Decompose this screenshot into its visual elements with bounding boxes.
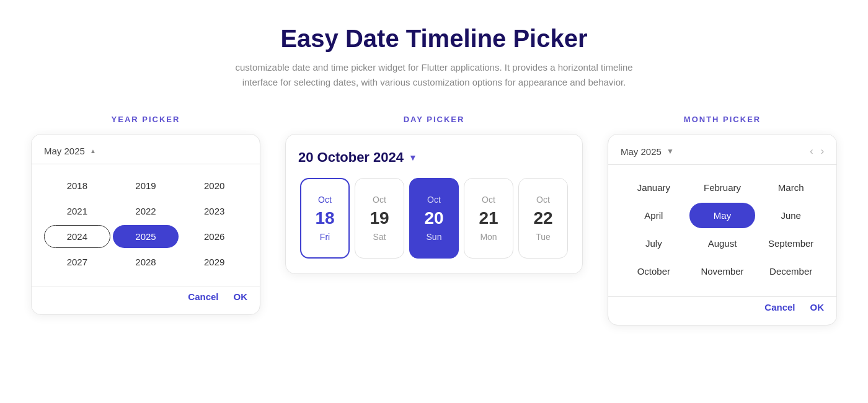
year-picker-current[interactable]: May 2025 ▲ (44, 146, 96, 156)
day-name-20: Sun (427, 232, 442, 242)
pickers-row: YEAR PICKER May 2025 ▲ 2018 2019 2020 20… (12, 115, 856, 326)
year-picker-arrow-icon: ▲ (90, 148, 96, 154)
month-picker-footer: Cancel OK (608, 296, 836, 315)
year-item-2021[interactable]: 2021 (44, 200, 110, 223)
year-item-2025[interactable]: 2025 (113, 225, 179, 248)
day-picker-dropdown-icon: ▼ (409, 153, 417, 162)
day-item-20[interactable]: Oct 20 Sun (409, 178, 459, 259)
month-item-september[interactable]: September (758, 231, 824, 256)
year-item-2026[interactable]: 2026 (181, 225, 247, 248)
month-item-june[interactable]: June (758, 203, 824, 228)
month-picker-current[interactable]: May 2025 ▼ (621, 146, 674, 157)
day-item-19[interactable]: Oct 19 Sat (355, 178, 404, 259)
day-number-21: 21 (479, 208, 498, 228)
month-picker-header: May 2025 ▼ ‹ › (608, 135, 836, 165)
year-item-2023[interactable]: 2023 (181, 200, 247, 223)
year-picker-card: May 2025 ▲ 2018 2019 2020 2021 2022 2023… (31, 134, 260, 315)
day-month-22: Oct (536, 195, 550, 205)
year-item-2022[interactable]: 2022 (113, 200, 179, 223)
month-item-february[interactable]: February (689, 175, 756, 200)
page-description: customizable date and time picker widget… (217, 60, 651, 90)
month-picker-card: May 2025 ▼ ‹ › January February March Ap… (608, 134, 837, 326)
page-title: Easy Date Timeline Picker (217, 25, 651, 53)
month-item-october[interactable]: October (621, 259, 687, 284)
day-picker-card: 20 October 2024 ▼ Oct 18 Fri Oct 19 Sat … (285, 134, 583, 274)
month-item-july[interactable]: July (621, 231, 687, 256)
year-item-2018[interactable]: 2018 (44, 174, 110, 197)
day-picker-label: DAY PICKER (404, 115, 465, 124)
day-name-19: Sat (373, 232, 386, 242)
day-name-18: Fri (320, 232, 330, 242)
day-picker-date: 20 October 2024 (298, 149, 404, 166)
day-month-19: Oct (373, 195, 386, 205)
year-picker-header: May 2025 ▲ (32, 135, 260, 164)
year-picker-label: YEAR PICKER (112, 115, 180, 124)
month-ok-button[interactable]: OK (810, 302, 825, 312)
year-item-2024[interactable]: 2024 (44, 225, 110, 248)
month-grid: January February March April May June Ju… (608, 165, 836, 294)
month-prev-button[interactable]: ‹ (810, 146, 813, 157)
month-picker-section: MONTH PICKER May 2025 ▼ ‹ › January Febr… (608, 115, 837, 326)
month-picker-arrow-icon: ▼ (666, 147, 674, 156)
month-item-december[interactable]: December (758, 259, 824, 284)
month-item-november[interactable]: November (689, 259, 756, 284)
day-name-21: Mon (480, 232, 497, 242)
day-picker-section: DAY PICKER 20 October 2024 ▼ Oct 18 Fri … (285, 115, 583, 274)
month-item-may[interactable]: May (689, 203, 756, 228)
day-number-18: 18 (315, 208, 334, 228)
month-next-button[interactable]: › (821, 146, 824, 157)
month-item-august[interactable]: August (689, 231, 756, 256)
year-ok-button[interactable]: OK (234, 291, 248, 302)
month-cancel-button[interactable]: Cancel (764, 302, 795, 312)
month-item-january[interactable]: January (621, 175, 687, 200)
day-picker-header[interactable]: 20 October 2024 ▼ (298, 149, 570, 166)
year-picker-footer: Cancel OK (32, 286, 260, 304)
page-header: Easy Date Timeline Picker customizable d… (217, 25, 651, 90)
day-month-20: Oct (427, 195, 441, 205)
day-name-22: Tue (536, 232, 551, 242)
day-number-22: 22 (533, 208, 552, 228)
month-picker-nav: ‹ › (810, 146, 824, 157)
year-cancel-button[interactable]: Cancel (188, 291, 218, 302)
day-month-21: Oct (482, 195, 495, 205)
year-grid: 2018 2019 2020 2021 2022 2023 2024 2025 … (32, 164, 260, 283)
day-month-18: Oct (318, 195, 332, 205)
year-picker-section: YEAR PICKER May 2025 ▲ 2018 2019 2020 20… (31, 115, 260, 315)
day-item-22[interactable]: Oct 22 Tue (518, 178, 568, 259)
year-item-2029[interactable]: 2029 (181, 250, 247, 273)
month-item-april[interactable]: April (621, 203, 687, 228)
day-number-19: 19 (370, 208, 389, 228)
year-item-2019[interactable]: 2019 (113, 174, 179, 197)
year-item-2027[interactable]: 2027 (44, 250, 110, 273)
month-picker-label: MONTH PICKER (684, 115, 761, 124)
year-item-2020[interactable]: 2020 (181, 174, 247, 197)
day-picker-days: Oct 18 Fri Oct 19 Sat Oct 20 Sun Oct 21 (298, 178, 570, 259)
year-item-2028[interactable]: 2028 (113, 250, 179, 273)
day-number-20: 20 (424, 208, 443, 228)
month-item-march[interactable]: March (758, 175, 824, 200)
day-item-21[interactable]: Oct 21 Mon (464, 178, 513, 259)
day-item-18[interactable]: Oct 18 Fri (300, 178, 350, 259)
